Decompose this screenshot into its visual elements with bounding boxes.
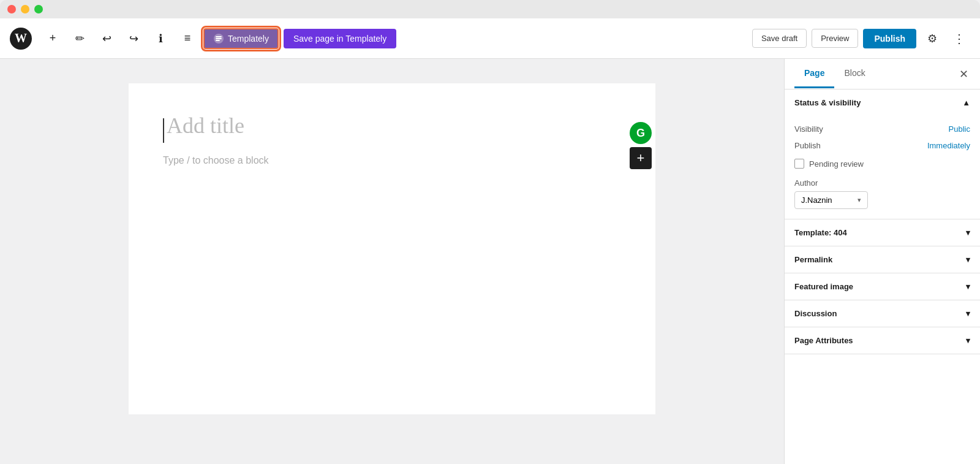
visibility-label: Visibility — [794, 124, 823, 134]
save-templately-label: Save page in Templately — [293, 34, 386, 44]
discussion-chevron: ▾ — [966, 309, 970, 318]
publish-row: Publish Immediately — [794, 137, 970, 154]
wordpress-logo: W — [10, 28, 32, 50]
tab-block-label: Block — [844, 68, 865, 78]
author-select-chevron: ▾ — [858, 196, 861, 204]
avatar-letter: G — [636, 127, 645, 140]
undo-icon: ↩ — [102, 32, 111, 45]
status-visibility-section: Status & visibility ▲ Visibility Public … — [785, 89, 980, 219]
preview-label: Preview — [821, 34, 849, 43]
save-draft-button[interactable]: Save draft — [752, 29, 807, 48]
status-visibility-title: Status & visibility — [794, 98, 861, 107]
tab-page[interactable]: Page — [794, 59, 834, 88]
templately-button[interactable]: Templately — [203, 28, 279, 49]
user-avatar: G — [630, 122, 652, 144]
pending-review-row: Pending review — [794, 154, 970, 173]
author-label: Author — [794, 178, 970, 188]
featured-image-section[interactable]: Featured image ▾ — [785, 273, 980, 300]
author-row: Author J.Naznin ▾ — [794, 178, 970, 209]
editor-canvas: Add title G + Type / to choose a block — [129, 83, 655, 414]
save-draft-label: Save draft — [761, 34, 797, 43]
templately-label: Templately — [228, 34, 269, 44]
info-icon: ℹ — [159, 32, 163, 45]
author-select[interactable]: J.Naznin ▾ — [794, 191, 868, 209]
page-attributes-label: Page Attributes — [794, 336, 853, 345]
right-sidebar: Page Block ✕ Status & visibility ▲ Visib… — [784, 59, 980, 464]
pending-review-checkbox[interactable] — [794, 159, 804, 169]
status-visibility-content: Visibility Public Publish Immediately Pe… — [785, 116, 980, 219]
window-maximize-button[interactable] — [34, 5, 43, 13]
permalink-chevron: ▾ — [966, 255, 970, 264]
publish-label: Publish — [874, 34, 905, 44]
undo-button[interactable]: ↩ — [96, 28, 118, 50]
close-icon: ✕ — [959, 67, 968, 81]
add-icon: + — [50, 32, 56, 45]
window-close-button[interactable] — [7, 5, 16, 13]
discussion-section[interactable]: Discussion ▾ — [785, 300, 980, 327]
redo-button[interactable]: ↪ — [123, 28, 145, 50]
sidebar-close-button[interactable]: ✕ — [954, 65, 973, 83]
publish-timing-label: Publish — [794, 141, 821, 150]
template-chevron: ▾ — [966, 228, 970, 237]
permalink-section[interactable]: Permalink ▾ — [785, 246, 980, 273]
preview-button[interactable]: Preview — [812, 29, 858, 48]
more-options-button[interactable]: ⋮ — [948, 28, 970, 50]
publish-timing-value[interactable]: Immediately — [927, 141, 970, 150]
publish-button[interactable]: Publish — [863, 29, 916, 48]
title-bar — [0, 0, 980, 18]
main-editor-area: Add title G + Type / to choose a block — [0, 59, 784, 464]
discussion-label: Discussion — [794, 309, 837, 318]
template-section[interactable]: Template: 404 ▾ — [785, 219, 980, 246]
edit-icon: ✏ — [75, 32, 85, 45]
page-attributes-chevron: ▾ — [966, 336, 970, 345]
pending-review-label: Pending review — [809, 159, 864, 169]
info-button[interactable]: ℹ — [149, 28, 172, 50]
featured-image-label: Featured image — [794, 282, 853, 291]
visibility-value[interactable]: Public — [949, 124, 970, 134]
visibility-row: Visibility Public — [794, 121, 970, 137]
add-block-toolbar-button[interactable]: + — [42, 28, 64, 50]
settings-button[interactable]: ⚙ — [921, 28, 943, 50]
featured-image-chevron: ▾ — [966, 282, 970, 291]
redo-icon: ↪ — [129, 32, 138, 45]
templately-icon — [213, 33, 224, 44]
permalink-label: Permalink — [794, 255, 832, 264]
status-visibility-header[interactable]: Status & visibility ▲ — [785, 89, 980, 116]
save-page-in-templately-button[interactable]: Save page in Templately — [284, 29, 396, 48]
block-placeholder: Type / to choose a block — [163, 155, 621, 166]
add-block-inline-button[interactable]: + — [630, 147, 652, 169]
title-placeholder: Add title — [167, 113, 244, 138]
more-icon: ⋮ — [953, 31, 965, 46]
wp-logo-letter: W — [15, 31, 27, 45]
cursor — [163, 118, 164, 143]
toolbar-right: Save draft Preview Publish ⚙ ⋮ — [752, 28, 970, 50]
settings-icon: ⚙ — [927, 32, 937, 45]
menu-icon: ≡ — [184, 32, 191, 45]
tab-page-label: Page — [804, 68, 824, 78]
sidebar-header: Page Block ✕ — [785, 59, 980, 89]
tab-block[interactable]: Block — [834, 59, 875, 88]
page-attributes-section[interactable]: Page Attributes ▾ — [785, 327, 980, 354]
block-list-button[interactable]: ≡ — [176, 28, 198, 50]
template-label: Template: 404 — [794, 228, 847, 237]
tools-button[interactable]: ✏ — [69, 28, 91, 50]
window-minimize-button[interactable] — [21, 5, 29, 13]
top-toolbar: W + ✏ ↩ ↪ ℹ ≡ Templately Save page in Te… — [0, 18, 980, 59]
chevron-up-icon: ▲ — [962, 98, 970, 107]
add-block-inline-icon: + — [637, 150, 645, 166]
author-value: J.Naznin — [801, 196, 832, 205]
